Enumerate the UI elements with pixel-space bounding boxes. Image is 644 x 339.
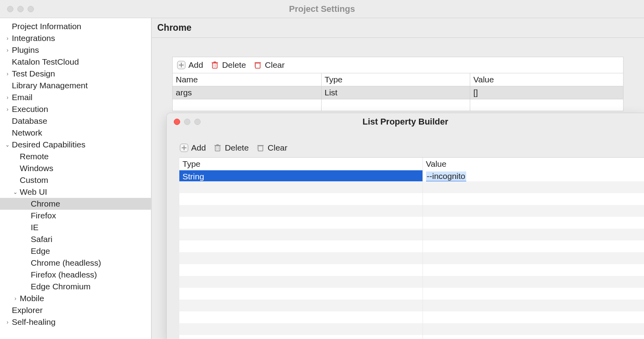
modal-delete-button[interactable]: Delete <box>213 143 249 153</box>
add-button[interactable]: Add <box>177 60 203 70</box>
cell-name[interactable]: args <box>173 86 322 99</box>
settings-tree[interactable]: ›Project Information›Integrations›Plugin… <box>0 18 151 339</box>
tree-item[interactable]: ›Katalon TestCloud <box>0 56 151 68</box>
tree-item[interactable]: ›Chrome (headless) <box>0 257 151 269</box>
plus-icon <box>177 60 186 70</box>
tree-item[interactable]: ›IE <box>0 222 151 233</box>
tree-item[interactable]: ›Firefox <box>0 210 151 222</box>
property-table-wrap: Type Value String--incognito <box>179 157 644 339</box>
tree-item-label: Remote <box>20 152 49 161</box>
capabilities-toolbar: Add Delete Clear <box>172 57 624 73</box>
tree-item[interactable]: ›Library Management <box>0 80 151 91</box>
tree-item[interactable]: ›Execution <box>0 103 151 115</box>
delete-button[interactable]: Delete <box>210 60 246 70</box>
tree-item-label: Database <box>12 116 47 126</box>
tree-item[interactable]: ›Integrations <box>0 32 151 44</box>
zoom-window-button[interactable] <box>28 6 34 12</box>
tree-item-label: Web UI <box>20 187 47 197</box>
cell-value[interactable]: [] <box>470 86 624 99</box>
add-button-label: Add <box>188 60 203 70</box>
tree-item-label: Plugins <box>12 45 39 55</box>
tree-item[interactable]: ›Chrome <box>0 198 151 210</box>
svg-rect-3 <box>212 63 217 68</box>
tree-item[interactable]: ›Database <box>0 115 151 127</box>
column-divider <box>423 181 423 339</box>
tree-item-label: Library Management <box>12 81 88 90</box>
tree-item[interactable]: ›Custom <box>0 174 151 186</box>
tree-item-label: Custom <box>20 175 48 185</box>
capabilities-table[interactable]: Name Type Value argsList[] <box>172 73 624 111</box>
chevron-right-icon[interactable]: › <box>3 71 12 77</box>
chevron-down-icon[interactable]: ⌄ <box>3 142 12 148</box>
chevron-right-icon[interactable]: › <box>3 319 12 325</box>
list-property-builder-window: List Property Builder Add Delete Clear <box>166 113 644 339</box>
tree-item-label: IE <box>31 223 39 232</box>
trash-icon <box>210 60 220 70</box>
chevron-right-icon[interactable]: › <box>3 35 12 41</box>
delete-button-label: Delete <box>222 60 246 70</box>
modal-clear-button[interactable]: Clear <box>256 143 287 153</box>
modal-zoom-button[interactable] <box>194 119 201 125</box>
chevron-right-icon[interactable]: › <box>3 106 12 112</box>
clear-button[interactable]: Clear <box>253 60 285 70</box>
pcol-value[interactable]: Value <box>423 158 644 170</box>
chevron-right-icon[interactable]: › <box>11 295 20 302</box>
tree-item-label: Self-healing <box>12 317 56 327</box>
tree-item[interactable]: ⌄Desired Capabilities <box>0 139 151 151</box>
modal-toolbar: Add Delete Clear <box>179 143 644 157</box>
modal-close-button[interactable] <box>174 119 180 125</box>
tree-item[interactable]: ›Safari <box>0 233 151 245</box>
tree-item-label: Execution <box>12 104 48 114</box>
modal-clear-label: Clear <box>268 143 287 153</box>
tree-item-label: Explorer <box>12 305 43 315</box>
tree-item[interactable]: ›Email <box>0 91 151 103</box>
tree-item-label: Email <box>12 93 33 102</box>
tree-item[interactable]: ›Edge Chromium <box>0 281 151 292</box>
chevron-right-icon[interactable]: › <box>3 47 12 53</box>
chevron-down-icon[interactable]: ⌄ <box>11 189 20 195</box>
tree-item[interactable]: ›Explorer <box>0 304 151 316</box>
value-editor[interactable]: --incognito <box>426 171 466 182</box>
modal-add-label: Add <box>191 143 206 153</box>
tree-item-label: Safari <box>31 235 52 244</box>
empty-rows-area <box>179 181 644 339</box>
modal-minimize-button[interactable] <box>184 119 190 125</box>
tree-item[interactable]: ›Edge <box>0 245 151 257</box>
tree-item-label: Chrome <box>31 199 60 209</box>
tree-item-label: Firefox (headless) <box>31 270 97 279</box>
chevron-right-icon[interactable]: › <box>3 94 12 101</box>
minimize-window-button[interactable] <box>17 6 24 12</box>
tree-item-label: Integrations <box>12 34 55 43</box>
modal-traffic-lights <box>167 119 201 125</box>
col-value[interactable]: Value <box>470 73 624 86</box>
tree-item-label: Windows <box>20 164 53 173</box>
tree-item[interactable]: ›Mobile <box>0 292 151 304</box>
tree-item[interactable]: ›Remote <box>0 151 151 162</box>
tree-item-label: Edge Chromium <box>31 282 91 291</box>
col-name[interactable]: Name <box>173 73 322 86</box>
tree-item[interactable]: ›Plugins <box>0 44 151 56</box>
plus-icon <box>179 143 189 153</box>
tree-item-label: Network <box>12 128 42 138</box>
modal-titlebar: List Property Builder <box>167 113 644 130</box>
tree-item-label: Edge <box>31 246 50 256</box>
modal-add-button[interactable]: Add <box>179 143 206 153</box>
table-row[interactable]: argsList[] <box>173 86 624 99</box>
tree-item[interactable]: ›Windows <box>0 162 151 174</box>
tree-item[interactable]: ›Project Information <box>0 20 151 32</box>
tree-item[interactable]: ›Self-healing <box>0 316 151 328</box>
col-type[interactable]: Type <box>321 73 470 86</box>
close-window-button[interactable] <box>7 6 13 12</box>
property-table[interactable]: Type Value String--incognito <box>179 158 644 183</box>
tree-item[interactable]: ›Firefox (headless) <box>0 269 151 281</box>
tree-item[interactable]: ⌄Web UI <box>0 186 151 198</box>
cell-type[interactable]: List <box>321 86 470 99</box>
svg-rect-8 <box>255 63 260 68</box>
svg-rect-21 <box>258 146 263 151</box>
modal-title: List Property Builder <box>167 117 644 127</box>
clear-icon <box>253 60 262 70</box>
tree-item[interactable]: ›Network <box>0 127 151 139</box>
pcol-type[interactable]: Type <box>179 158 423 170</box>
tree-item[interactable]: ›Test Design <box>0 68 151 80</box>
clear-icon <box>256 143 265 153</box>
